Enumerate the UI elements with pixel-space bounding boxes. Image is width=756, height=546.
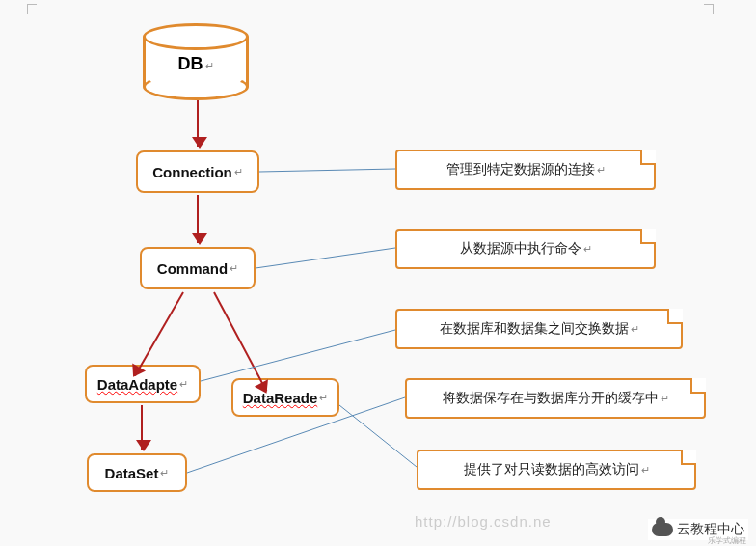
arrow-adapter-dataset <box>141 405 143 450</box>
arrow-connection-command <box>197 195 199 243</box>
command-callout: 从数据源中执行命令↵ <box>395 229 656 269</box>
adapter-desc: 在数据库和数据集之间交换数据 <box>440 320 629 338</box>
datareader-label: DataReade <box>243 390 318 406</box>
page-corner-tl <box>27 4 37 14</box>
dataset-desc: 将数据保存在与数据库分开的缓存中 <box>443 390 659 407</box>
svg-line-0 <box>259 169 395 172</box>
adapter-callout: 在数据库和数据集之间交换数据↵ <box>395 309 683 349</box>
dataset-label: DataSet <box>105 465 159 481</box>
svg-line-1 <box>256 248 395 268</box>
db-label: DB <box>178 54 203 73</box>
watermark-url: http://blog.csdn.ne <box>415 513 552 530</box>
connection-label: Connection <box>152 164 232 180</box>
logo-subtext: 乐学式编程 <box>708 535 746 546</box>
datareader-node: DataReade↵ <box>231 378 339 417</box>
arrow-command-reader <box>213 292 267 392</box>
cloud-icon <box>652 523 673 536</box>
svg-line-2 <box>201 330 395 381</box>
db-node: DB↵ <box>143 23 249 100</box>
connection-callout: 管理到特定数据源的连接↵ <box>395 150 656 190</box>
command-desc: 从数据源中执行命令 <box>460 240 581 258</box>
connection-node: Connection↵ <box>136 150 259 193</box>
reader-callout: 提供了对只读数据的高效访问↵ <box>417 450 696 490</box>
command-label: Command <box>157 260 228 277</box>
command-node: Command↵ <box>140 247 256 289</box>
page-corner-tr <box>704 4 714 14</box>
dataset-callout: 将数据保存在与数据库分开的缓存中↵ <box>405 378 706 419</box>
reader-desc: 提供了对只读数据的高效访问 <box>464 461 639 478</box>
connection-desc: 管理到特定数据源的连接 <box>446 161 595 178</box>
arrow-command-adapter <box>134 292 184 377</box>
dataset-node: DataSet↵ <box>87 453 187 492</box>
arrow-db-connection <box>197 100 199 147</box>
